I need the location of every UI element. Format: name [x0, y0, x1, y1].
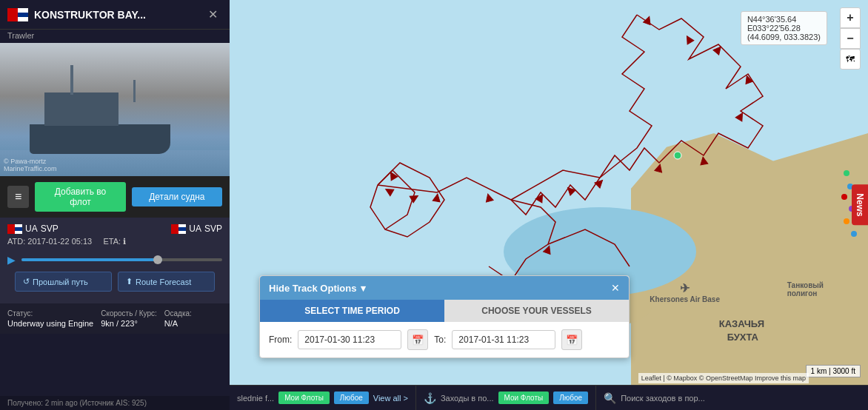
svg-marker-8	[565, 185, 575, 195]
vessel-dot-red	[841, 194, 847, 200]
track-panel-header[interactable]: Hide Track Options ▾ ✕	[260, 276, 629, 300]
kazachya-label: КАЗАЧЬЯ	[719, 318, 764, 329]
from-calendar-icon[interactable]: 📅	[407, 329, 428, 350]
close-track-button[interactable]: ✕	[611, 282, 620, 294]
dest-call: UA	[189, 224, 201, 234]
origin-flag-group: UA SVP	[7, 224, 59, 234]
coord-dec: (44.6099, 033.3823)	[747, 33, 821, 41]
to-calendar-icon[interactable]: 📅	[561, 329, 582, 350]
draught-value: N/A	[164, 319, 192, 328]
tab-choose-vessels[interactable]: CHOOSE YOUR VESSELS	[444, 300, 629, 322]
vessel-details-button[interactable]: Детали судна	[132, 187, 222, 206]
vessel-status: Статус: Underway using Engine Скорость /…	[0, 303, 230, 334]
to-label: To:	[434, 335, 446, 345]
tab-select-time[interactable]: SELECT TIME PERIOD	[260, 300, 444, 322]
received-prefix: Получено:	[7, 399, 43, 407]
vessel-info: UA SVP UA SVP ATD: 2017-01-22 05:13 ETA:…	[0, 218, 230, 303]
speed-label: Скорость / Курс:	[101, 309, 157, 317]
scale-3000ft: 3000 ft	[832, 367, 855, 375]
from-date-input[interactable]	[298, 330, 401, 349]
add-to-fleet-button[interactable]: Добавить во флот	[35, 182, 125, 212]
bottom-bar: slednie f... Мои Флоты Любое View all > …	[230, 385, 868, 410]
vessel-actions: ≡ Добавить во флот Детали судна	[0, 176, 230, 218]
svg-marker-14	[484, 193, 493, 202]
play-icon: ▶	[7, 254, 16, 266]
layers-button[interactable]: 🗺	[840, 49, 861, 70]
from-label: From:	[269, 335, 292, 345]
track-header-text: Hide Track Options ▾	[269, 283, 366, 294]
bottom-section-fleet: slednie f... Мои Флоты Любое View all >	[230, 386, 416, 410]
search-label: Поиск заходов в пор...	[621, 394, 705, 403]
coordinate-tooltip: N44°36'35.64 E033°22'56.28 (44.6099, 033…	[741, 11, 827, 45]
image-watermark: © Pawa-mortz MarineTraffic.com	[4, 158, 57, 172]
vessel-dot-green	[844, 170, 849, 176]
ship-silhouette	[22, 87, 185, 154]
zoom-out-button[interactable]: −	[840, 28, 861, 49]
to-date-input[interactable]	[452, 330, 555, 349]
news-tab[interactable]: News	[852, 184, 868, 225]
map-attribution[interactable]: Leaflet | © Mapbox © OpenStreetMap Impro…	[638, 373, 809, 383]
vessel-image: © Pawa-mortz MarineTraffic.com	[0, 43, 230, 176]
slider-fill	[21, 258, 162, 261]
svg-marker-9	[535, 192, 546, 203]
speed-num: 9kn	[101, 319, 114, 328]
poligon-label: Танковый полигон	[787, 281, 824, 298]
my-fleets-button-1[interactable]: Мои Флоты	[278, 391, 330, 404]
svg-marker-12	[387, 170, 398, 181]
anchor-icon: ⚓	[424, 392, 436, 404]
route-forecast-label: Route Forecast	[136, 278, 191, 286]
chevron-down-icon: ▾	[361, 283, 366, 294]
past-track-icon: ↺	[23, 277, 30, 286]
atd-label: ATD:	[7, 237, 25, 246]
dest-flag	[171, 224, 186, 234]
menu-button[interactable]: ≡	[7, 186, 29, 208]
credit-2: MarineTraffic.com	[4, 165, 57, 172]
svg-marker-1	[684, 34, 694, 44]
ship-superstructure	[44, 93, 118, 126]
vessel-dot-blue2	[851, 231, 857, 237]
bukhta-label: БУХТА	[727, 332, 758, 343]
panel-close-button[interactable]: ✕	[204, 6, 222, 23]
coord-lat: N44°36'35.64	[747, 15, 821, 24]
svg-marker-2	[713, 44, 724, 55]
ports-label: Заходы в по...	[441, 394, 494, 403]
vessel-name: KONSTRUKTOR BAY...	[34, 9, 198, 21]
bottom-section-ports: ⚓ Заходы в по... Мои Флоты Любое	[416, 386, 596, 410]
dest-svp: SVP	[204, 224, 222, 234]
route-forecast-icon: ⬆	[126, 277, 133, 286]
status-group-draught: Осадка: N/A	[164, 309, 192, 328]
my-fleets-button-2[interactable]: Мои Флоты	[498, 391, 550, 404]
search-icon: 🔍	[604, 392, 616, 404]
route-forecast-button[interactable]: ⬆ Route Forecast	[118, 272, 215, 292]
svg-marker-10	[384, 186, 394, 196]
eta-value: ℹ	[123, 237, 126, 246]
draught-label: Осадка:	[164, 309, 192, 317]
zoom-in-button[interactable]: +	[840, 7, 861, 28]
eta-label: ETA:	[103, 237, 121, 246]
svg-marker-3	[744, 75, 753, 84]
speed-slider[interactable]: ▶	[7, 251, 222, 272]
svg-marker-4	[735, 111, 746, 121]
received-info: Получено: 2 min ago (Источник AIS: 925)	[0, 396, 230, 410]
svg-marker-11	[410, 192, 420, 203]
received-value: 2 min ago (Источник AIS: 925)	[45, 399, 147, 407]
hide-track-label: Hide Track Options	[269, 283, 356, 294]
view-all-link[interactable]: View all >	[373, 394, 408, 403]
bottom-fleet-label: slednie f...	[237, 394, 274, 403]
left-panel: KONSTRUKTOR BAY... ✕ Trawler © Pawa-mort…	[0, 0, 230, 410]
scale-1km: 1 km	[811, 367, 827, 375]
past-track-button[interactable]: ↺ Прошлый путь	[15, 272, 112, 292]
bottom-section-search: 🔍 Поиск заходов в пор...	[596, 386, 868, 410]
any-button-2[interactable]: Любое	[553, 391, 588, 404]
ship-mast	[70, 65, 73, 95]
track-tabs: SELECT TIME PERIOD CHOOSE YOUR VESSELS	[260, 300, 629, 322]
slider-thumb	[153, 255, 162, 264]
status-group-speed: Скорость / Курс: 9kn / 223°	[101, 309, 157, 328]
svg-marker-7	[595, 178, 605, 188]
status-group-main: Статус: Underway using Engine	[7, 309, 93, 328]
svg-marker-0	[644, 16, 653, 25]
vessel-dot-orange	[844, 218, 849, 224]
origin-svp: SVP	[41, 224, 59, 234]
any-button-1[interactable]: Любое	[334, 391, 369, 404]
slider-track[interactable]	[21, 258, 222, 261]
